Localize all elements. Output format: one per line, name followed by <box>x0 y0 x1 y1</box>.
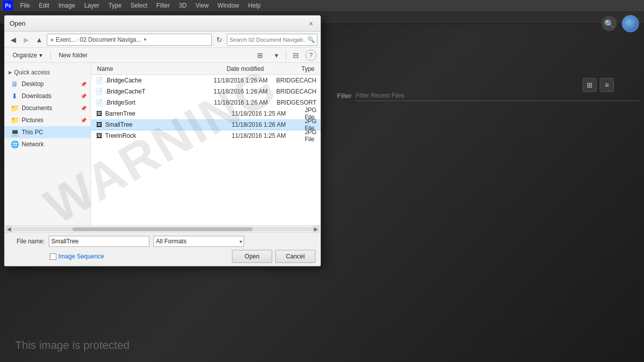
footer-bottom-row: Image Sequence Open Cancel <box>10 250 315 263</box>
scrollbar-thumb[interactable] <box>72 227 253 231</box>
file-date: 11/18/2016 1:26 AM <box>214 77 276 84</box>
sidebar-item-documents[interactable]: 📁 Documents 📌 <box>5 102 91 114</box>
dialog-footer: File name: All Formats JPEG PNG PSD TIFF… <box>5 232 320 266</box>
dialog-close-button[interactable]: × <box>306 19 315 28</box>
ps-user-avatar[interactable] <box>622 15 639 32</box>
col-header-name[interactable]: Name <box>95 65 224 72</box>
sidebar-item-downloads[interactable]: ⬇ Downloads 📌 <box>5 90 91 102</box>
file-icon: 📄 <box>95 99 103 107</box>
menu-image[interactable]: Image <box>54 1 79 10</box>
menu-filter[interactable]: Filter <box>152 1 174 10</box>
file-name: .BridgeSort <box>105 99 214 106</box>
dialog-sidebar: ▶ Quick access 🖥 Desktop 📌 ⬇ Downloads 📌… <box>5 63 91 225</box>
quick-access-header[interactable]: ▶ Quick access <box>5 67 91 78</box>
address-dropdown-btn[interactable]: ▾ <box>141 34 149 46</box>
menu-type[interactable]: Type <box>104 1 125 10</box>
collapse-arrow-icon: ▶ <box>9 70 12 75</box>
file-row[interactable]: 📄.BridgeCache11/18/2016 1:26 AMBRIDGECAC… <box>91 75 320 86</box>
sidebar-item-network[interactable]: 🌐 Network <box>5 138 91 150</box>
file-row[interactable]: 🖼SmallTree11/18/2016 1:26 AMJPG File <box>91 119 320 130</box>
image-sequence-label[interactable]: Image Sequence <box>58 253 104 260</box>
up-button[interactable]: ▲ <box>34 34 45 45</box>
new-folder-label: New folder <box>59 52 88 59</box>
search-icon: 🔍 <box>307 36 315 43</box>
downloads-pin-icon: 📌 <box>80 94 87 99</box>
bottom-protected-text: This image is protected <box>15 339 129 352</box>
search-input[interactable] <box>229 37 305 43</box>
breadcrumb-current: 02 Document Naviga... <box>80 36 141 43</box>
filename-label: File name: <box>10 238 45 245</box>
view-list-toggle[interactable]: ▾ <box>270 50 283 61</box>
filetype-select[interactable]: All Formats JPEG PNG PSD TIFF <box>153 236 244 247</box>
filetype-select-wrapper: All Formats JPEG PNG PSD TIFF ▾ <box>153 236 244 247</box>
dialog-body: ▶ Quick access 🖥 Desktop 📌 ⬇ Downloads 📌… <box>5 63 320 225</box>
breadcrumb-exerc-label: Exerc... <box>56 36 76 43</box>
scroll-left-button[interactable]: ◀ <box>6 226 13 233</box>
filter-bar: Filter <box>332 88 644 103</box>
scroll-right-button[interactable]: ▶ <box>312 226 319 233</box>
file-row[interactable]: 📄.BridgeSort11/18/2016 1:26 AMBRIDGESORT <box>91 97 320 108</box>
file-type: BRIDGECACH <box>276 77 316 84</box>
open-dialog: Open × ◀ ▶ ▲ « Exerc... › 02 Document Na… <box>4 15 321 266</box>
filename-input[interactable] <box>49 236 149 247</box>
sidebar-thispc-label: This PC <box>22 129 87 136</box>
network-icon: 🌐 <box>11 140 19 148</box>
view-grid-toggle[interactable]: ⊞ <box>254 50 267 61</box>
col-header-type[interactable]: Type <box>299 65 316 72</box>
file-type: JPG File <box>305 129 316 143</box>
help-button[interactable]: ? <box>305 50 316 61</box>
menu-3d[interactable]: 3D <box>175 1 190 10</box>
sidebar-desktop-label: Desktop <box>22 80 77 87</box>
file-name: SmallTree <box>105 121 232 128</box>
back-button[interactable]: ◀ <box>8 34 19 45</box>
toolbar-sep2 <box>286 51 286 60</box>
file-row[interactable]: 🖼TreeInRock11/18/2016 1:25 AMJPG File <box>91 130 320 141</box>
toolbar-separator <box>50 51 51 60</box>
cancel-button[interactable]: Cancel <box>275 250 315 263</box>
view-grid-icon: ⊞ <box>257 51 263 59</box>
toolbar-right: ⊞ ▾ ⊟ ? <box>254 50 316 61</box>
menu-help[interactable]: Help <box>244 1 265 10</box>
filter-input[interactable] <box>356 90 639 101</box>
view-details-toggle[interactable]: ⊟ <box>289 50 302 61</box>
filter-label: Filter <box>337 92 352 100</box>
file-name: .BridgeCacheT <box>105 88 214 95</box>
sidebar-network-label: Network <box>22 141 87 148</box>
file-row[interactable]: 📄.BridgeCacheT11/18/2016 1:26 AMBRIDGECA… <box>91 86 320 97</box>
file-icon: 📄 <box>95 87 103 96</box>
sidebar-item-pictures[interactable]: 📁 Pictures 📌 <box>5 114 91 126</box>
address-path[interactable]: « Exerc... › 02 Document Naviga... ▾ <box>47 34 212 46</box>
horizontal-scrollbar[interactable]: ◀ ▶ <box>5 225 320 232</box>
file-icon: 🖼 <box>95 110 103 118</box>
dialog-title: Open <box>10 20 26 27</box>
menu-select[interactable]: Select <box>126 1 151 10</box>
sidebar-item-desktop[interactable]: 🖥 Desktop 📌 <box>5 78 91 90</box>
file-type: BRIDGECACH <box>276 88 316 95</box>
breadcrumb-exerc: « <box>50 36 54 43</box>
pictures-pin-icon: 📌 <box>80 118 87 123</box>
forward-button[interactable]: ▶ <box>21 34 32 45</box>
open-button[interactable]: Open <box>232 250 272 263</box>
file-icon: 📄 <box>95 76 103 84</box>
dialog-titlebar: Open × <box>5 16 320 32</box>
file-type: BRIDGESORT <box>277 99 316 106</box>
menu-layer[interactable]: Layer <box>80 1 103 10</box>
organize-button[interactable]: Organize ▾ <box>9 51 46 60</box>
menu-view[interactable]: View <box>192 1 213 10</box>
dialog-toolbar: Organize ▾ New folder ⊞ ▾ ⊟ ? <box>5 48 320 63</box>
ps-right-panel: 🔍 <box>602 15 639 32</box>
new-folder-button[interactable]: New folder <box>55 51 92 60</box>
file-row[interactable]: 🖼BarrenTree11/18/2016 1:25 AMJPG File <box>91 108 320 119</box>
image-sequence-checkbox[interactable] <box>50 253 56 260</box>
ps-search-icon[interactable]: 🔍 <box>602 16 617 31</box>
sidebar-item-thispc[interactable]: 💻 This PC <box>5 126 91 138</box>
ps-titlebar: Ps File Edit Image Layer Type Select Fil… <box>0 0 644 11</box>
menu-file[interactable]: File <box>16 1 34 10</box>
refresh-button[interactable]: ↻ <box>214 34 225 45</box>
file-name: BarrenTree <box>105 110 232 117</box>
menu-window[interactable]: Window <box>214 1 244 10</box>
menu-edit[interactable]: Edit <box>35 1 53 10</box>
col-header-date[interactable]: Date modified <box>224 65 299 72</box>
organize-label: Organize <box>13 52 37 59</box>
thispc-icon: 💻 <box>11 128 19 136</box>
